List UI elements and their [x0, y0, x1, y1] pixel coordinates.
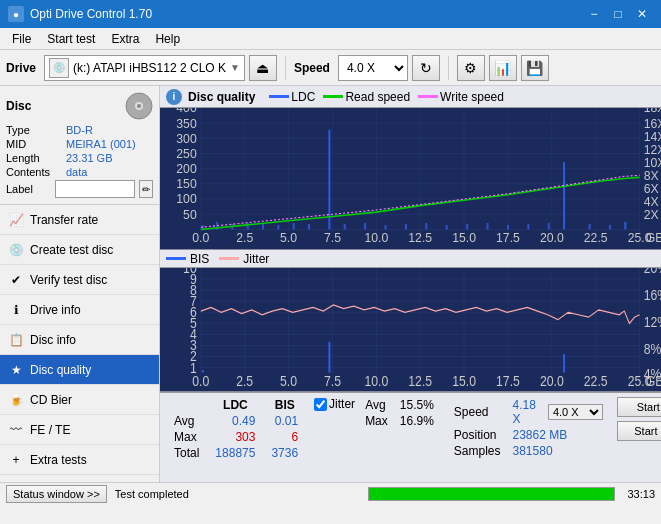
stat-ldc-total: 188875	[207, 445, 263, 461]
disc-info-panel: Disc Type BD-R MID MEIRA1 (001) Length 2…	[0, 86, 159, 205]
svg-rect-56	[262, 224, 264, 229]
jitter-max-label: Max	[359, 413, 394, 429]
jitter-checkbox[interactable]	[314, 398, 327, 411]
position-value: 23862 MB	[507, 427, 609, 443]
disc-type-label: Type	[6, 124, 66, 136]
menubar: File Start test Extra Help	[0, 28, 661, 50]
legend-bis-label: BIS	[190, 252, 209, 266]
speed-section: Speed 4.18 X 4.0 X 2.0 X Position 23862 …	[448, 397, 609, 459]
drive-icon: 💿	[49, 58, 69, 78]
titlebar-left: ● Opti Drive Control 1.70	[8, 6, 152, 22]
speed-select[interactable]: 4.0 X 2.0 X 1.0 X	[338, 55, 408, 81]
close-button[interactable]: ✕	[631, 5, 653, 23]
svg-text:22.5: 22.5	[584, 231, 608, 245]
stat-ldc-avg: 0.49	[207, 413, 263, 429]
sidebar-item-verify-test-disc[interactable]: ✔ Verify test disc	[0, 265, 159, 295]
svg-rect-72	[563, 162, 565, 229]
stat-ldc-max: 303	[207, 429, 263, 445]
app-icon: ●	[8, 6, 24, 22]
speed-label: Speed	[448, 397, 507, 427]
start-full-button[interactable]: Start full	[617, 397, 661, 417]
content-area: i Disc quality LDC Read speed Write spee…	[160, 86, 661, 482]
menu-help[interactable]: Help	[147, 30, 188, 48]
svg-rect-61	[344, 224, 346, 229]
svg-text:2X: 2X	[644, 207, 660, 221]
svg-rect-64	[405, 224, 407, 229]
svg-text:10.0: 10.0	[364, 231, 388, 245]
menu-extra[interactable]: Extra	[103, 30, 147, 48]
svg-text:400: 400	[176, 108, 196, 115]
main-area: Disc Type BD-R MID MEIRA1 (001) Length 2…	[0, 86, 661, 482]
legend-jitter-label: Jitter	[243, 252, 269, 266]
menu-start-test[interactable]: Start test	[39, 30, 103, 48]
svg-rect-126	[563, 354, 565, 372]
refresh-button[interactable]: ↻	[412, 55, 440, 81]
minimize-button[interactable]: −	[583, 5, 605, 23]
sidebar-item-disc-info[interactable]: 📋 Disc info	[0, 325, 159, 355]
svg-text:15.0: 15.0	[452, 373, 476, 389]
progress-bar-container	[368, 487, 615, 501]
sidebar-item-cd-bier[interactable]: 🍺 CD Bier	[0, 385, 159, 415]
save-button[interactable]: 💾	[521, 55, 549, 81]
svg-text:350: 350	[176, 116, 196, 130]
bis-color-swatch	[166, 257, 186, 260]
speed-select-cell[interactable]: 4.0 X 2.0 X	[542, 397, 609, 427]
verify-test-disc-icon: ✔	[8, 272, 24, 288]
sidebar-item-label-transfer-rate: Transfer rate	[30, 213, 98, 227]
disc-label-button[interactable]: ✏	[139, 180, 153, 198]
stat-col-bis: BIS	[263, 397, 306, 413]
disc-contents-value: data	[66, 166, 153, 178]
extra-tests-icon: +	[8, 452, 24, 468]
drive-label: Drive	[6, 61, 36, 75]
sidebar-item-fe-te[interactable]: 〰 FE / TE	[0, 415, 159, 445]
settings-button[interactable]: ⚙	[457, 55, 485, 81]
svg-text:GB: GB	[646, 373, 661, 389]
svg-rect-74	[609, 225, 611, 229]
stat-row-max-label: Max	[166, 429, 207, 445]
status-time: 33:13	[627, 488, 655, 500]
disc-info-icon: 📋	[8, 332, 24, 348]
legend-bis: BIS	[166, 252, 209, 266]
stat-col-ldc: LDC	[207, 397, 263, 413]
jitter-values: Avg 15.5% Max 16.9%	[359, 397, 440, 429]
svg-text:200: 200	[176, 162, 196, 176]
sidebar-item-extra-tests[interactable]: + Extra tests	[0, 445, 159, 475]
status-window-button[interactable]: Status window >>	[6, 485, 107, 503]
disc-quality-section-icon: i	[166, 89, 182, 105]
chart-ldc-svg: 400 350 300 250 200 150 100 50 18X 16X 1…	[160, 108, 661, 249]
svg-text:16%: 16%	[644, 287, 661, 303]
legend-write-speed: Write speed	[418, 90, 504, 104]
start-part-button[interactable]: Start part	[617, 421, 661, 441]
statusbar: Status window >> Test completed 33:13	[0, 482, 661, 504]
svg-rect-65	[425, 223, 427, 230]
sidebar-item-drive-info[interactable]: ℹ Drive info	[0, 295, 159, 325]
svg-text:GB: GB	[646, 231, 661, 245]
titlebar: ● Opti Drive Control 1.70 − □ ✕	[0, 0, 661, 28]
sidebar-item-create-test-disc[interactable]: 💿 Create test disc	[0, 235, 159, 265]
speed-dropdown[interactable]: 4.0 X 2.0 X	[548, 404, 603, 420]
create-test-disc-icon: 💿	[8, 242, 24, 258]
drive-select[interactable]: 💿 (k:) ATAPI iHBS112 2 CLO K ▼	[44, 55, 245, 81]
sidebar-item-label-cd-bier: CD Bier	[30, 393, 72, 407]
disc-label-row: Label ✏	[6, 180, 153, 198]
disc-quality-icon: ★	[8, 362, 24, 378]
cd-bier-icon: 🍺	[8, 392, 24, 408]
menu-file[interactable]: File	[4, 30, 39, 48]
sidebar-item-label-verify-test-disc: Verify test disc	[30, 273, 107, 287]
svg-rect-124	[202, 370, 204, 372]
svg-rect-66	[446, 225, 448, 229]
svg-text:50: 50	[183, 207, 197, 221]
disc-type-value: BD-R	[66, 124, 153, 136]
disc-mid-field: MID MEIRA1 (001)	[6, 138, 153, 150]
eject-button[interactable]: ⏏	[249, 55, 277, 81]
speed-value: 4.18 X	[507, 397, 542, 427]
sidebar-item-transfer-rate[interactable]: 📈 Transfer rate	[0, 205, 159, 235]
maximize-button[interactable]: □	[607, 5, 629, 23]
info-button[interactable]: 📊	[489, 55, 517, 81]
disc-label-input[interactable]	[55, 180, 135, 198]
svg-text:5.0: 5.0	[280, 373, 297, 389]
disc-mid-value: MEIRA1 (001)	[66, 138, 153, 150]
disc-length-value: 23.31 GB	[66, 152, 153, 164]
disc-quality-header: i Disc quality LDC Read speed Write spee…	[160, 86, 661, 108]
sidebar-item-disc-quality[interactable]: ★ Disc quality	[0, 355, 159, 385]
